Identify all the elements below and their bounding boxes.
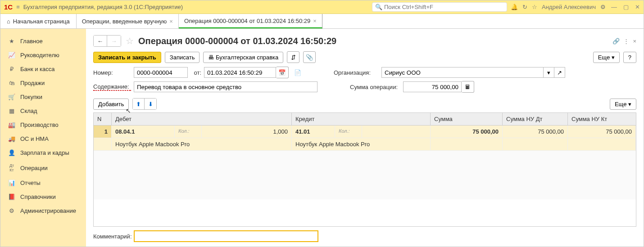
accounting-ref-button[interactable]: 🖶 Бухгалтерская справка (203, 52, 283, 63)
cell-nu-dt[interactable]: 75 000,00 (503, 126, 568, 138)
table-row[interactable]: Ноутбук Apple Macbook Pro Ноутбук Apple … (94, 138, 636, 151)
search-input[interactable] (384, 4, 504, 10)
number-input[interactable] (134, 67, 188, 78)
sidebar-item-purchases[interactable]: 🛒Покупки (0, 90, 86, 104)
chart-icon: 📈 (8, 52, 16, 58)
titlebar: 1C ≡ Бухгалтерия предприятия, редакция 3… (0, 0, 644, 14)
cell-cqty[interactable] (362, 126, 431, 138)
cell-credit-acc[interactable]: 41.01 (292, 126, 335, 138)
form-row-number: Номер: от: 📅 📄 Организация: ▾ ↗ (93, 67, 636, 78)
home-icon: ⌂ (7, 18, 10, 25)
number-label: Номер: (93, 69, 131, 76)
col-debit[interactable]: Дебет (112, 113, 292, 125)
tab-label: Операция 0000-000004 от 01.03.2024 16:50… (184, 18, 310, 24)
settings-icon[interactable]: ⚙ (600, 4, 606, 10)
cell-n-blank (94, 138, 112, 150)
factory-icon: 🏭 (8, 121, 16, 128)
tab-close-icon[interactable]: × (313, 18, 317, 24)
bell-icon[interactable]: 🔔 (511, 4, 518, 10)
sidebar-item-sales[interactable]: 🛍Продажи (0, 76, 86, 90)
nav-buttons: ← → (93, 35, 121, 47)
maximize-icon[interactable]: ▢ (623, 4, 629, 10)
dropdown-icon[interactable]: ▾ (544, 67, 554, 78)
col-nu-dt[interactable]: Сумма НУ Дт (503, 113, 568, 125)
tab-label: Операции, введенные вручную (82, 18, 167, 25)
forward-button[interactable]: → (107, 36, 121, 46)
move-down-button[interactable]: ⬇ (145, 99, 156, 109)
close-panel-icon[interactable]: × (633, 38, 636, 45)
save-close-button[interactable]: Записать и закрыть (93, 52, 161, 63)
sidebar-item-manager[interactable]: 📈Руководителю (0, 48, 86, 62)
calendar-icon[interactable]: 📅 (276, 67, 289, 78)
help-button[interactable]: ? (623, 52, 636, 63)
cell-debit-acc[interactable]: 08.04.1 (112, 126, 175, 138)
org-input[interactable] (381, 67, 544, 78)
form-row-content: Содержание: Сумма операции: 🖩 (93, 81, 636, 93)
move-buttons: ⬆ ⬇ (132, 98, 157, 110)
truck-icon: 🚚 (8, 135, 16, 142)
table-row[interactable]: 1 08.04.1 Кол.: 1,000 41.01 Кол.: 75 000… (94, 126, 636, 138)
toolbar: Записать и закрыть Записать 🖶 Бухгалтерс… (93, 51, 636, 63)
close-icon[interactable]: ✕ (635, 4, 640, 10)
sidebar-item-operations[interactable]: ДтКтОперации (0, 160, 86, 176)
minimize-icon[interactable]: — (611, 4, 617, 10)
cell-qty-label: Кол.: (175, 126, 202, 138)
grid-body[interactable]: 1 08.04.1 Кол.: 1,000 41.01 Кол.: 75 000… (94, 126, 636, 199)
col-n[interactable]: N (94, 113, 112, 125)
col-nu-kt[interactable]: Сумма НУ Кт (568, 113, 636, 125)
attach-icon-button[interactable]: 📎 (303, 51, 316, 63)
org-select[interactable]: ▾ ↗ (381, 67, 565, 78)
open-icon[interactable]: ↗ (554, 67, 565, 78)
tab-close-icon[interactable]: × (169, 18, 173, 25)
grid-header: N Дебет Кредит Сумма Сумма НУ Дт Сумма Н… (94, 113, 636, 126)
doc-header: ← → ☆ Операция 0000-000004 от 01.03.2024… (93, 31, 636, 51)
content-input[interactable] (134, 81, 317, 92)
comment-input[interactable] (134, 230, 318, 242)
hamburger-icon[interactable]: ≡ (16, 4, 20, 10)
content-label: Содержание: (93, 83, 131, 91)
favorite-star-icon[interactable]: ☆ (126, 36, 134, 46)
app-title: Бухгалтерия предприятия, редакция 3.0 (1… (23, 4, 372, 10)
kebab-icon[interactable]: ⋮ (623, 38, 629, 45)
cell-debit-item[interactable]: Ноутбук Apple Macbook Pro (112, 138, 292, 150)
save-button[interactable]: Записать (165, 52, 200, 63)
sidebar-item-main[interactable]: ★Главное (0, 34, 86, 48)
bag-icon: 🛍 (8, 80, 16, 86)
more-button[interactable]: Еще ▾ (593, 52, 620, 63)
col-sum[interactable]: Сумма (431, 113, 503, 125)
star-icon: ★ (8, 38, 16, 45)
col-credit[interactable]: Кредит (292, 113, 431, 125)
tab-operations-manual[interactable]: Операции, введенные вручную × (77, 14, 179, 28)
date-input[interactable] (204, 67, 276, 78)
tree-icon-button[interactable]: ⇵ (287, 51, 299, 63)
user-name[interactable]: Андрей Алексеевич (542, 4, 596, 10)
search-box[interactable]: 🔍 (372, 2, 507, 12)
cell-nu-kt[interactable]: 75 000,00 (568, 126, 636, 138)
calc-icon[interactable]: 🖩 (462, 81, 474, 93)
back-button[interactable]: ← (94, 36, 107, 46)
logo-1c: 1C (4, 3, 13, 11)
sum-input[interactable] (403, 81, 462, 92)
sidebar-item-reports[interactable]: 📊Отчеты (0, 176, 86, 190)
cell-credit-item[interactable]: Ноутбук Apple Macbook Pro (292, 138, 431, 150)
sidebar-item-admin[interactable]: ⚙Администрирование (0, 204, 86, 218)
move-up-button[interactable]: ⬆ (133, 99, 145, 109)
comment-label: Комментарий: (93, 233, 131, 240)
table-more-button[interactable]: Еще ▾ (610, 99, 636, 110)
star-icon[interactable]: ☆ (532, 4, 537, 10)
link-icon[interactable]: 🔗 (612, 38, 620, 45)
sidebar-item-salary[interactable]: 👤Зарплата и кадры (0, 146, 86, 160)
sidebar-item-warehouse[interactable]: ▦Склад (0, 104, 86, 118)
sidebar-item-catalogs[interactable]: 📕Справочники (0, 190, 86, 204)
add-button[interactable]: Добавить (93, 99, 129, 110)
sidebar-item-bank[interactable]: ₽Банк и касса (0, 62, 86, 76)
history-icon[interactable]: ↻ (522, 4, 527, 10)
tab-operation-doc[interactable]: Операция 0000-000004 от 01.03.2024 16:50… (179, 14, 322, 28)
sidebar-item-production[interactable]: 🏭Производство (0, 118, 86, 132)
cell-qty[interactable]: 1,000 (202, 126, 292, 138)
home-tab[interactable]: ⌂ Начальная страница (0, 14, 77, 28)
doc-title: Операция 0000-000004 от 01.03.2024 16:50… (138, 36, 336, 46)
book-icon: 📕 (8, 193, 16, 200)
sidebar-item-assets[interactable]: 🚚ОС и НМА (0, 132, 86, 146)
cell-sum[interactable]: 75 000,00 (431, 126, 503, 138)
